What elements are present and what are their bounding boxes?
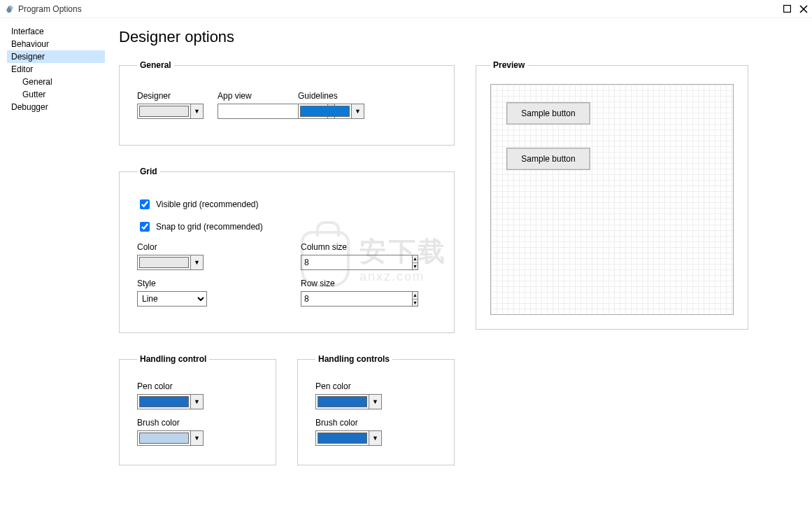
sidebar-item-behaviour[interactable]: Behaviour <box>7 38 105 50</box>
titlebar: Program Options <box>0 0 812 18</box>
svg-rect-0 <box>783 6 790 13</box>
brush-color-combo2[interactable]: ▼ <box>315 430 382 446</box>
sidebar-item-interface[interactable]: Interface <box>7 25 105 38</box>
sample-button-2[interactable]: Sample button <box>506 148 590 170</box>
grid-style-label: Style <box>137 279 273 288</box>
pen-color-combo[interactable]: ▼ <box>137 394 204 409</box>
general-group: General Designer ▼ App view <box>119 60 455 146</box>
sidebar-item-designer[interactable]: Designer <box>7 50 105 63</box>
visible-grid-checkbox[interactable] <box>140 199 150 209</box>
appview-combo[interactable]: ▼ <box>218 104 284 119</box>
pen-color-label: Pen color <box>137 381 258 391</box>
pen-color-swatch <box>139 396 189 407</box>
guidelines-color-combo[interactable]: ▼ <box>298 104 364 119</box>
sidebar-item-general[interactable]: General <box>7 76 105 88</box>
spin-up-icon[interactable]: ▲ <box>413 255 418 263</box>
pen-color-label2: Pen color <box>315 381 436 391</box>
chevron-down-icon[interactable]: ▼ <box>351 104 364 118</box>
chevron-down-icon[interactable]: ▼ <box>190 431 203 445</box>
chevron-down-icon[interactable]: ▼ <box>190 104 203 118</box>
column-size-spinner[interactable]: ▲▼ <box>301 255 374 270</box>
preview-canvas: Sample button Sample button <box>490 84 734 315</box>
snap-grid-checkbox[interactable] <box>140 222 150 232</box>
handling-control-group: Handling control Pen color ▼ Brush color <box>119 354 276 465</box>
handling-controls-legend: Handling controls <box>315 354 392 364</box>
sample-button-1[interactable]: Sample button <box>506 102 590 125</box>
appview-label: App view <box>218 91 284 101</box>
guidelines-label: Guidelines <box>298 91 364 101</box>
guidelines-color-swatch <box>300 106 350 117</box>
page-title: Designer options <box>119 28 798 46</box>
grid-color-swatch <box>139 257 189 268</box>
window-title: Program Options <box>18 4 82 14</box>
chevron-down-icon[interactable]: ▼ <box>369 431 381 445</box>
sidebar-item-editor[interactable]: Editor <box>7 63 105 76</box>
chevron-down-icon[interactable]: ▼ <box>190 395 203 409</box>
visible-grid-label: Visible grid (recommended) <box>156 199 259 209</box>
chevron-down-icon[interactable]: ▼ <box>369 395 381 409</box>
grid-legend: Grid <box>137 167 160 176</box>
brush-color-swatch2 <box>318 433 367 444</box>
designer-color-swatch <box>139 106 189 117</box>
column-size-label: Column size <box>301 242 436 252</box>
snap-grid-label: Snap to grid (recommended) <box>156 222 263 232</box>
pen-color-combo2[interactable]: ▼ <box>315 394 382 409</box>
row-size-spinner[interactable]: ▲▼ <box>301 291 374 307</box>
designer-color-combo[interactable]: ▼ <box>137 104 204 119</box>
column-size-input[interactable] <box>301 255 412 270</box>
row-size-label: Row size <box>301 279 436 288</box>
spin-up-icon[interactable]: ▲ <box>413 292 418 300</box>
sidebar-item-gutter[interactable]: Gutter <box>7 88 105 101</box>
preview-legend: Preview <box>490 60 527 70</box>
grid-color-label: Color <box>137 242 273 252</box>
spin-down-icon[interactable]: ▼ <box>413 300 418 307</box>
general-legend: General <box>137 60 174 70</box>
brush-color-label2: Brush color <box>315 418 436 428</box>
grid-style-select[interactable]: Line <box>137 291 207 307</box>
handling-controls-group: Handling controls Pen color ▼ Brush colo… <box>297 354 455 465</box>
maximize-button[interactable] <box>778 1 795 17</box>
chevron-down-icon[interactable]: ▼ <box>190 255 203 269</box>
pen-color-swatch2 <box>318 396 367 407</box>
grid-group: Grid Visible grid (recommended) Snap to … <box>119 167 455 333</box>
app-icon <box>4 3 15 15</box>
preview-group: Preview Sample button Sample button <box>476 60 748 330</box>
handling-control-legend: Handling control <box>137 354 209 364</box>
grid-color-combo[interactable]: ▼ <box>137 255 204 270</box>
brush-color-label: Brush color <box>137 418 258 428</box>
spin-down-icon[interactable]: ▼ <box>413 263 418 270</box>
brush-color-combo[interactable]: ▼ <box>137 430 204 446</box>
sidebar-item-debugger[interactable]: Debugger <box>7 101 105 113</box>
row-size-input[interactable] <box>301 291 412 307</box>
brush-color-swatch <box>139 433 189 444</box>
close-button[interactable] <box>795 1 812 17</box>
sidebar: Interface Behaviour Designer Editor Gene… <box>0 18 105 506</box>
designer-label: Designer <box>137 91 204 101</box>
